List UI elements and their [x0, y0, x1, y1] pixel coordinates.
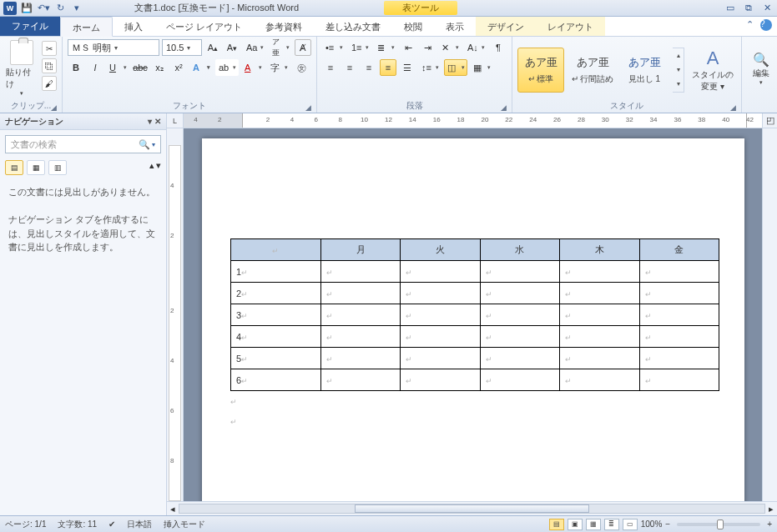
highlight-icon[interactable]: ab: [215, 59, 239, 76]
restore-icon[interactable]: ⧉: [742, 2, 755, 15]
view-web-icon[interactable]: ▦: [586, 519, 601, 530]
zoom-in-icon[interactable]: +: [767, 519, 772, 529]
copy-icon[interactable]: ⿻: [42, 58, 57, 73]
nav-dd-icon[interactable]: ▾: [148, 117, 152, 126]
show-marks-icon[interactable]: ¶: [490, 39, 507, 56]
table[interactable]: ↵月火水木金 1↵↵↵↵↵↵2↵↵↵↵↵↵3↵↵↵↵↵↵4↵↵↵↵↵↵5↵↵↵↵…: [230, 238, 719, 391]
table-row[interactable]: 4↵↵↵↵↵↵: [231, 326, 719, 348]
undo-icon[interactable]: ↶▾: [37, 2, 50, 15]
scroll-left-icon[interactable]: ◂: [170, 504, 175, 514]
tab-home[interactable]: ホーム: [60, 17, 113, 37]
bullets-icon[interactable]: •≡: [322, 39, 346, 56]
table-row[interactable]: 5↵↵↵↵↵↵: [231, 348, 719, 369]
status-lang[interactable]: 日本語: [127, 519, 152, 530]
view-draft-icon[interactable]: ▭: [623, 519, 638, 530]
status-mode[interactable]: 挿入モード: [164, 519, 205, 530]
tab-view[interactable]: 表示: [434, 17, 476, 36]
table-header-cell[interactable]: 木: [560, 239, 639, 261]
nav-tab-pages[interactable]: ▦: [27, 160, 45, 175]
table-header-cell[interactable]: 火: [401, 239, 480, 261]
redo-icon[interactable]: ↻: [53, 2, 67, 15]
nav-tab-results[interactable]: ▥: [48, 160, 67, 175]
table-row[interactable]: 2↵↵↵↵↵↵: [231, 283, 719, 304]
search-input[interactable]: 文書の検索 🔍▾: [5, 135, 161, 153]
editing-button[interactable]: 🔍編集▾: [747, 39, 775, 98]
table-row[interactable]: 3↵↵↵↵↵↵: [231, 304, 719, 326]
close-icon[interactable]: ✕: [760, 2, 774, 15]
zoom-label[interactable]: 100%: [641, 519, 663, 529]
distribute-icon[interactable]: ☰: [399, 59, 416, 76]
tab-references[interactable]: 参考資料: [254, 17, 314, 36]
view-outline-icon[interactable]: ≣: [604, 519, 619, 530]
font-size-combo[interactable]: 10.5▾: [162, 39, 202, 56]
clipboard-dialog-icon[interactable]: ◢: [51, 103, 57, 112]
table-header-cell[interactable]: ↵: [231, 239, 321, 261]
vertical-ruler[interactable]: 42246810: [167, 128, 184, 501]
italic-button[interactable]: I: [87, 59, 103, 76]
ruler-toggle-icon[interactable]: ◰: [762, 113, 777, 128]
vertical-scrollbar[interactable]: [762, 128, 777, 501]
bold-button[interactable]: B: [68, 59, 84, 76]
line-spacing-icon[interactable]: ↕≡: [418, 59, 441, 76]
numbering-icon[interactable]: 1≡: [348, 39, 371, 56]
tab-page-layout[interactable]: ページ レイアウト: [154, 17, 254, 36]
document-canvas[interactable]: ↵月火水木金 1↵↵↵↵↵↵2↵↵↵↵↵↵3↵↵↵↵↵↵4↵↵↵↵↵↵5↵↵↵↵…: [184, 128, 762, 501]
style-no-spacing[interactable]: あア亜↵ 行間詰め: [569, 48, 616, 93]
status-page[interactable]: ページ: 1/1: [5, 519, 46, 530]
grow-font-icon[interactable]: A▴: [204, 39, 221, 56]
table-header-cell[interactable]: 水: [480, 239, 559, 261]
font-name-combo[interactable]: ＭＳ 明朝▾: [68, 39, 159, 56]
minimize-ribbon-icon[interactable]: ⌃: [746, 19, 754, 33]
paragraph-dialog-icon[interactable]: ◢: [501, 103, 507, 112]
format-painter-icon[interactable]: 🖌: [42, 76, 57, 91]
nav-close-icon[interactable]: ✕: [154, 117, 161, 126]
font-color-icon[interactable]: A: [241, 59, 265, 76]
enclose-char-icon[interactable]: ㊛: [293, 59, 310, 76]
nav-next-icon[interactable]: ▾: [156, 160, 161, 175]
zoom-slider[interactable]: [677, 523, 760, 526]
indent-increase-icon[interactable]: ⇥: [419, 39, 436, 56]
status-proof-icon[interactable]: ✔: [108, 519, 115, 529]
styles-more[interactable]: ▴▾▾: [673, 48, 684, 93]
align-right-icon[interactable]: ≡: [361, 59, 377, 76]
tab-table-design[interactable]: デザイン: [476, 17, 536, 36]
subscript-button[interactable]: x₂: [151, 59, 168, 76]
font-dialog-icon[interactable]: ◢: [305, 103, 311, 112]
minimize-icon[interactable]: ▭: [724, 2, 737, 15]
style-normal[interactable]: あア亜↵ 標準: [517, 48, 564, 93]
save-icon[interactable]: 💾: [20, 2, 33, 15]
multilevel-icon[interactable]: ≣: [374, 39, 397, 56]
shading-icon[interactable]: ◫: [444, 59, 467, 76]
borders-icon[interactable]: ▦: [470, 59, 493, 76]
qat-more-icon[interactable]: ▾: [70, 2, 83, 15]
asian-layout-icon[interactable]: ✕: [438, 39, 462, 56]
char-shading-icon[interactable]: 字: [267, 59, 290, 76]
sort-icon[interactable]: A↓: [464, 39, 487, 56]
table-row[interactable]: 6↵↵↵↵↵↵: [231, 369, 719, 391]
horizontal-ruler[interactable]: 4224681012141618202224262830323436384042: [184, 113, 762, 128]
status-words[interactable]: 文字数: 11: [58, 519, 97, 530]
tab-mailings[interactable]: 差し込み文書: [314, 17, 392, 36]
shrink-font-icon[interactable]: A▾: [224, 39, 240, 56]
cut-icon[interactable]: ✂: [42, 41, 57, 56]
change-styles-button[interactable]: Aスタイルの 変更 ▾: [689, 41, 736, 99]
table-header-cell[interactable]: 金: [639, 239, 719, 261]
styles-dialog-icon[interactable]: ◢: [730, 103, 736, 112]
paste-button[interactable]: 貼り付け ▾: [5, 39, 38, 98]
tab-selector[interactable]: L: [167, 113, 184, 128]
align-center-icon[interactable]: ≡: [341, 59, 358, 76]
align-left-icon[interactable]: ≡: [322, 59, 339, 76]
zoom-out-icon[interactable]: −: [665, 519, 670, 529]
strike-button[interactable]: abc: [132, 59, 149, 76]
change-case-icon[interactable]: Aa: [243, 39, 266, 56]
align-justify-icon[interactable]: ≡: [380, 59, 396, 76]
table-header-cell[interactable]: 月: [320, 239, 400, 261]
view-fullscreen-icon[interactable]: ▣: [568, 519, 583, 530]
nav-tab-headings[interactable]: ▤: [5, 160, 23, 175]
superscript-button[interactable]: x²: [170, 59, 187, 76]
horizontal-scrollbar[interactable]: ◂ ▸: [167, 501, 777, 515]
table-row[interactable]: 1↵↵↵↵↵↵: [231, 261, 719, 283]
scroll-right-icon[interactable]: ▸: [769, 504, 774, 514]
tab-file[interactable]: ファイル: [0, 17, 60, 36]
tab-insert[interactable]: 挿入: [113, 17, 154, 36]
